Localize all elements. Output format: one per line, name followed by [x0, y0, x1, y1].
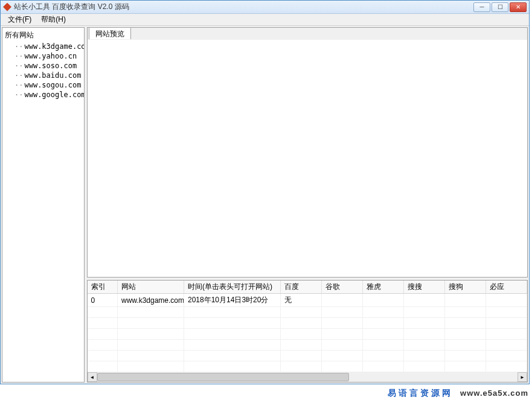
app-icon: [3, 3, 11, 11]
sidebar: 所有网站 www.k3dgame.com www.yahoo.cn www.so…: [2, 27, 85, 383]
scroll-thumb[interactable]: [97, 373, 350, 381]
window-title: 站长小工具 百度收录查询 V2.0 源码: [14, 2, 473, 12]
tab-header: 网站预览: [88, 28, 528, 40]
window-controls: ─ ☐ ✕: [473, 2, 527, 12]
cell-sogou: [445, 294, 486, 307]
cell-soso: [404, 294, 445, 307]
tree-item[interactable]: www.k3dgame.com: [4, 42, 83, 51]
table-row: [88, 307, 527, 318]
cell-index: 0: [88, 294, 118, 307]
col-header-index[interactable]: 索引: [88, 281, 118, 294]
cell-baidu: 无: [281, 294, 322, 307]
tree-item[interactable]: www.baidu.com: [4, 71, 83, 80]
table-row: [88, 351, 527, 361]
cell-bing: [486, 294, 527, 307]
tree-item[interactable]: www.sogou.com: [4, 80, 83, 90]
tree-item[interactable]: www.soso.com: [4, 61, 83, 71]
content-area: 所有网站 www.k3dgame.com www.yahoo.cn www.so…: [1, 26, 529, 384]
titlebar[interactable]: 站长小工具 百度收录查询 V2.0 源码 ─ ☐ ✕: [1, 1, 529, 14]
minimize-button[interactable]: ─: [473, 2, 490, 12]
col-header-sogou[interactable]: 搜狗: [445, 281, 486, 294]
col-header-baidu[interactable]: 百度: [281, 281, 322, 294]
close-button[interactable]: ✕: [510, 2, 527, 12]
horizontal-scrollbar[interactable]: ◄ ►: [88, 372, 528, 382]
menu-help[interactable]: 帮助(H): [36, 13, 71, 26]
col-header-bing[interactable]: 必应: [486, 281, 527, 294]
maximize-button[interactable]: ☐: [492, 2, 508, 12]
tree-item[interactable]: www.google.com: [4, 90, 83, 100]
app-window: 站长小工具 百度收录查询 V2.0 源码 ─ ☐ ✕ 文件(F) 帮助(H) 所…: [0, 0, 530, 384]
table-row: [88, 340, 527, 351]
cell-time: 2018年10月14日3时20分: [184, 294, 281, 307]
main-area: 网站预览 索引 网站 时间(单击表头可打开网站) 百度 谷歌 雅虎 搜搜: [87, 27, 528, 383]
table-row: [88, 318, 527, 329]
watermark-name: 易语言资源网: [388, 388, 453, 399]
table-row: [88, 329, 527, 340]
preview-panel: 网站预览: [87, 27, 528, 278]
table-row: [88, 361, 527, 372]
menubar: 文件(F) 帮助(H): [1, 14, 529, 26]
tree-item[interactable]: www.yahoo.cn: [4, 51, 83, 61]
grid-table: 索引 网站 时间(单击表头可打开网站) 百度 谷歌 雅虎 搜搜 搜狗 必应: [88, 281, 528, 372]
tree-root[interactable]: 所有网站: [4, 29, 83, 42]
col-header-yahoo[interactable]: 雅虎: [363, 281, 404, 294]
cell-google: [322, 294, 363, 307]
tab-preview[interactable]: 网站预览: [89, 27, 131, 39]
scroll-right-button[interactable]: ►: [518, 372, 527, 382]
scroll-left-button[interactable]: ◄: [88, 372, 97, 382]
col-header-site[interactable]: 网站: [118, 281, 184, 294]
menu-file[interactable]: 文件(F): [3, 13, 36, 26]
table-row[interactable]: 0 www.k3dgame.com 2018年10月14日3时20分 无: [88, 294, 527, 307]
results-grid: 索引 网站 时间(单击表头可打开网站) 百度 谷歌 雅虎 搜搜 搜狗 必应: [87, 280, 528, 383]
col-header-time[interactable]: 时间(单击表头可打开网站): [184, 281, 281, 294]
col-header-soso[interactable]: 搜搜: [404, 281, 445, 294]
watermark: 易语言资源网 www.e5a5x.com: [388, 388, 528, 399]
col-header-google[interactable]: 谷歌: [322, 281, 363, 294]
cell-yahoo: [363, 294, 404, 307]
cell-site: www.k3dgame.com: [118, 294, 184, 307]
watermark-url: www.e5a5x.com: [460, 389, 528, 398]
scroll-track[interactable]: [97, 372, 518, 382]
preview-content: [88, 40, 528, 277]
